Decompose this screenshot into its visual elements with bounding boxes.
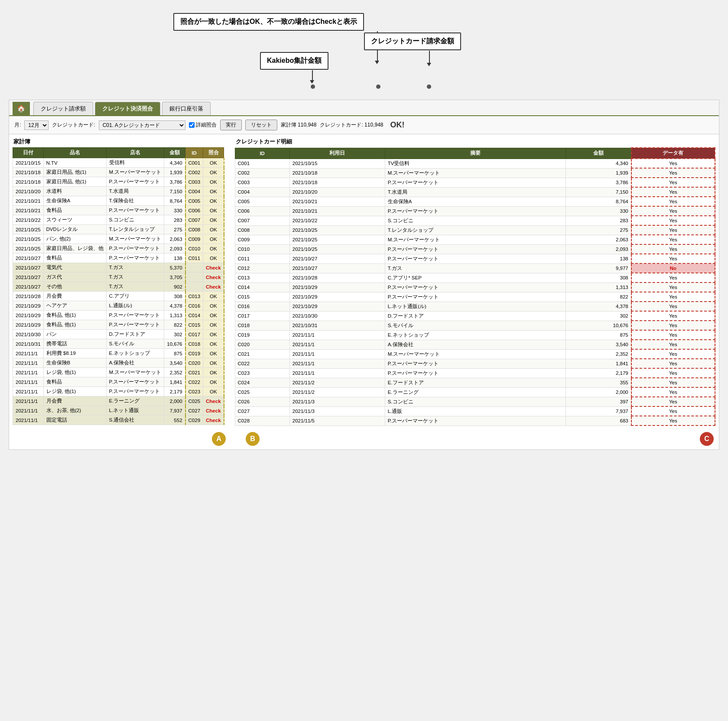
left-table-row: 2021/10/15N.TV受信料4,340C001OK xyxy=(13,158,224,168)
arrowhead-1 xyxy=(375,61,379,64)
annotation-area: 照合が一致した場合はOK、不一致の場合はCheckと表示 クレジットカード請求金… xyxy=(9,9,719,95)
annotation-text-1: 照合が一致した場合はOK、不一致の場合はCheckと表示 xyxy=(180,18,357,25)
right-table-row: C0222021/11/1P.スーパーマーケット1,841Yes xyxy=(235,359,715,368)
tables-wrapper: 家計簿 日付 品名 店名 金額 ID 照合 2021/10/15N.TV受信料4… xyxy=(9,134,719,429)
left-table-row: 2021/10/22スウィーツS.コンビニ283C007OK xyxy=(13,215,224,225)
right-table-row: C0182021/10/31S.モバイル10,676Yes xyxy=(235,321,715,330)
left-section: 家計簿 日付 品名 店名 金額 ID 照合 2021/10/15N.TV受信料4… xyxy=(13,138,224,426)
th-amount: 金額 xyxy=(164,148,185,158)
right-table-row: C0272021/11/3L.通販7,937Yes xyxy=(235,406,715,416)
kakeibo-table: 日付 品名 店名 金額 ID 照合 2021/10/15N.TV受信料4,340… xyxy=(13,147,224,425)
dot-credit xyxy=(427,84,431,89)
card-select[interactable]: C01. Aクレジットカード xyxy=(99,120,185,130)
status-ok: OK! xyxy=(390,120,405,130)
tab-bank-withdrawal[interactable]: 銀行口座引落 xyxy=(162,102,211,115)
left-table-row: 2021/11/1利用費 $8.19E.ネットショップ875C019OK xyxy=(13,349,224,358)
th-match: 照合 xyxy=(203,148,224,158)
left-table-row: 2021/10/29食料品, 他(1)P.スーパーマーケット822C015OK xyxy=(13,320,224,330)
right-table-row: C0082021/10/25T.レンタルショップ275Yes xyxy=(235,225,715,235)
left-table-row: 2021/10/30パンD.フードストア302C017OK xyxy=(13,330,224,339)
left-table-row: 2021/10/21食料品P.スーパーマーケット330C006OK xyxy=(13,206,224,215)
separator xyxy=(228,138,231,426)
right-table-row: C0262021/11/3S.コンビニ397Yes xyxy=(235,397,715,406)
left-table-row: 2021/10/18家庭日用品, 他(1)M.スーパーマーケット1,939C00… xyxy=(13,168,224,177)
month-label: 月: xyxy=(14,121,21,129)
run-button[interactable]: 実行 xyxy=(220,120,242,130)
right-table-row: C0052021/10/21生命保険A8,764Yes xyxy=(235,197,715,206)
kakeibo-summary: 家計簿 110,948 xyxy=(281,121,317,129)
right-table-row: C0132021/10/28C.アプリ* SEP308Yes xyxy=(235,273,715,283)
reset-button[interactable]: リセット xyxy=(245,120,277,130)
right-table-row: C0022021/10/18M.スーパーマーケット1,939Yes xyxy=(235,168,715,178)
right-table-row: C0092021/10/25M.スーパーマーケット2,063Yes xyxy=(235,235,715,244)
right-section: クレジットカード明細 ID 利用日 摘要 金額 データ有 C0012021/10… xyxy=(235,138,715,426)
th-store: 店名 xyxy=(106,148,164,158)
th-date: 日付 xyxy=(13,148,44,158)
left-table-row: 2021/11/1固定電話S.通信会社552C029Check xyxy=(13,416,224,425)
right-section-title: クレジットカード明細 xyxy=(235,138,715,146)
left-table-row: 2021/10/28月会費C.アプリ308C013OK xyxy=(13,292,224,301)
right-table-row: C0032021/10/18P.スーパーマーケット3,786Yes xyxy=(235,178,715,187)
th-r-desc: 摘要 xyxy=(385,148,566,159)
right-table-row: C0242021/11/2E.フードストア355Yes xyxy=(235,378,715,387)
right-table-row: C0212021/11/1M.スーパーマーケット2,352Yes xyxy=(235,349,715,359)
right-table-row: C0072021/10/22S.コンビニ283Yes xyxy=(235,216,715,225)
left-table-row: 2021/10/25パン, 他(2)M.スーパーマーケット2,063C009OK xyxy=(13,234,224,244)
tab-credit-reconcile[interactable]: クレジット決済照合 xyxy=(95,102,160,115)
arrow-line-3 xyxy=(312,70,313,81)
right-table-row: C0122021/10/27T.ガス9,977No xyxy=(235,263,715,273)
badge-b: B xyxy=(246,432,260,446)
right-table-row: C0192021/11/1E.ネットショップ875Yes xyxy=(235,330,715,340)
detail-checkbox[interactable] xyxy=(189,122,195,128)
annotation-box-3: Kakiebo集計金額 xyxy=(260,52,328,70)
th-item: 品名 xyxy=(43,148,106,158)
left-table-row: 2021/10/29ヘアケアL.通販(ル)4,378C016OK xyxy=(13,301,224,311)
right-table-row: C0282021/11/5P.スーパーマーケット683Yes xyxy=(235,416,715,425)
right-table-row: C0232021/11/1P.スーパーマーケット2,179Yes xyxy=(235,368,715,378)
th-r-amount: 金額 xyxy=(566,148,631,159)
dot-kakeibo xyxy=(311,84,315,89)
controls-bar: 月: 12月 クレジットカード: C01. Aクレジットカード 詳細照合 実行 … xyxy=(9,116,719,134)
right-table-row: C0112021/10/27P.スーパーマーケット138Yes xyxy=(235,254,715,263)
home-tab[interactable]: 🏠 xyxy=(13,102,30,115)
main-container: 🏠 クレジット請求額 クレジット決済照合 銀行口座引落 月: 12月 クレジット… xyxy=(9,100,719,450)
left-table-row: 2021/10/25DVDレンタルT.レンタルショップ275C008OK xyxy=(13,225,224,234)
annotation-box-2: クレジットカード請求金額 xyxy=(364,32,461,50)
th-r-id: ID xyxy=(235,148,289,159)
arrowhead-3 xyxy=(310,80,314,84)
right-table-row: C0162021/10/29L.ネット通販(ル)4,378Yes xyxy=(235,302,715,311)
right-table-row: C0102021/10/25P.スーパーマーケット2,093Yes xyxy=(235,244,715,254)
right-table-row: C0012021/10/15TV受信料4,340Yes xyxy=(235,159,715,168)
dot-ok xyxy=(376,84,380,89)
left-table-row: 2021/11/1生命保険BA.保険会社3,540C020OK xyxy=(13,358,224,368)
left-table-row: 2021/10/31携帯電話S.モバイル10,676C018OK xyxy=(13,339,224,349)
left-table-row: 2021/10/21生命保険AT.保険会社8,764C005OK xyxy=(13,196,224,206)
badge-a: A xyxy=(212,432,226,446)
arrowhead-2 xyxy=(427,63,431,66)
month-select[interactable]: 12月 xyxy=(24,120,49,130)
left-table-row: 2021/10/18家庭日用品, 他(1)P.スーパーマーケット3,786C00… xyxy=(13,177,224,187)
badge-c: C xyxy=(700,432,714,446)
left-table-row: 2021/11/1月会費E.ラーニング2,000C025Check xyxy=(13,396,224,406)
th-r-data: データ有 xyxy=(631,148,715,159)
tabs-bar: 🏠 クレジット請求額 クレジット決済照合 銀行口座引落 xyxy=(9,100,719,116)
right-table-row: C0172021/10/30D.フードストア302Yes xyxy=(235,311,715,321)
credit-table: ID 利用日 摘要 金額 データ有 C0012021/10/15TV受信料4,3… xyxy=(235,147,715,426)
badges-row: A B C xyxy=(9,429,719,449)
left-table-row: 2021/10/25家庭日用品、レジ袋、他P.スーパーマーケット2,093C01… xyxy=(13,244,224,253)
right-table-row: C0042021/10/20T.水道局7,150Yes xyxy=(235,187,715,197)
tab-credit-billing[interactable]: クレジット請求額 xyxy=(33,102,93,115)
right-table-row: C0152021/10/29P.スーパーマーケット822Yes xyxy=(235,292,715,302)
right-table-row: C0062021/10/21P.スーパーマーケット330Yes xyxy=(235,206,715,216)
left-table-row: 2021/10/27その他T.ガス902Check xyxy=(13,282,224,292)
annotation-box-1: 照合が一致した場合はOK、不一致の場合はCheckと表示 xyxy=(173,13,364,31)
annotation-text-2: クレジットカード請求金額 xyxy=(371,37,454,45)
right-table-row: C0252021/11/2E.ラーニング2,000Yes xyxy=(235,387,715,397)
detail-check-label[interactable]: 詳細照合 xyxy=(189,121,217,129)
left-table-row: 2021/10/27ガス代T.ガス3,705Check xyxy=(13,273,224,282)
th-id: ID xyxy=(185,148,203,158)
left-table-row: 2021/11/1食料品P.スーパーマーケット1,841C022OK xyxy=(13,377,224,387)
left-table-row: 2021/11/1水、お茶, 他(2)L.ネット通販7,937C027Check xyxy=(13,406,224,416)
left-table-row: 2021/10/27食料品P.スーパーマーケット138C011OK xyxy=(13,253,224,263)
left-table-row: 2021/11/1レジ袋, 他(1)M.スーパーマーケット2,352C021OK xyxy=(13,368,224,377)
